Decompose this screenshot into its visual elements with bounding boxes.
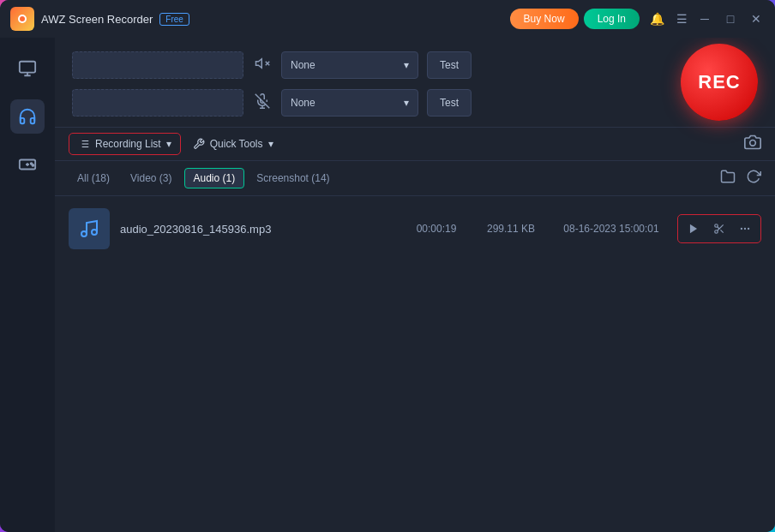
app-logo — [10, 7, 34, 31]
svg-point-27 — [715, 230, 718, 234]
system-audio-test-button[interactable]: Test — [427, 51, 472, 79]
toolbar: Recording List ▾ Quick Tools ▾ — [55, 127, 775, 161]
play-button[interactable] — [683, 218, 704, 239]
sidebar-item-audio[interactable] — [10, 99, 45, 134]
file-size: 299.11 KB — [477, 223, 545, 235]
recording-list-label: Recording List — [95, 138, 161, 150]
filter-tab-video[interactable]: Video (3) — [122, 169, 180, 188]
filter-tab-audio[interactable]: Audio (1) — [184, 168, 245, 188]
svg-marker-25 — [690, 224, 697, 234]
svg-point-32 — [744, 228, 746, 230]
sidebar-item-screen[interactable] — [10, 51, 45, 86]
svg-point-24 — [92, 230, 97, 235]
table-row[interactable]: audio_20230816_145936.mp3 00:00:19 299.1… — [55, 201, 775, 256]
svg-point-31 — [741, 228, 742, 230]
scissors-button[interactable] — [709, 218, 730, 239]
recording-controls: None ▾ Test — [55, 38, 775, 127]
mute-mic-icon[interactable] — [252, 93, 273, 112]
file-actions — [677, 214, 761, 243]
sidebar-item-game[interactable] — [10, 147, 45, 182]
file-name: audio_20230816_145936.mp3 — [120, 223, 396, 236]
menu-icon[interactable]: ☰ — [676, 12, 688, 26]
app-title: AWZ Screen Recorder — [41, 13, 153, 26]
main-content: None ▾ Test — [0, 38, 775, 532]
file-list: audio_20230816_145936.mp3 00:00:19 299.1… — [55, 196, 775, 532]
bell-icon[interactable]: 🔔 — [650, 12, 664, 26]
minimize-button[interactable]: ─ — [696, 10, 713, 27]
more-button[interactable] — [735, 218, 755, 239]
filter-tab-screenshot[interactable]: Screenshot (14) — [248, 169, 338, 188]
login-button[interactable]: Log In — [584, 9, 640, 29]
free-badge: Free — [159, 13, 189, 26]
svg-point-23 — [81, 231, 87, 236]
rec-button-container: REC — [681, 46, 758, 118]
file-duration: 00:00:19 — [406, 223, 466, 235]
svg-line-29 — [720, 230, 723, 232]
recording-list-button[interactable]: Recording List ▾ — [69, 133, 181, 155]
system-audio-row: None ▾ Test — [72, 51, 758, 79]
title-bar-icons: 🔔 ☰ — [650, 12, 688, 26]
file-date: 08-16-2023 15:00:01 — [556, 223, 667, 235]
svg-rect-2 — [20, 62, 35, 73]
title-bar: AWZ Screen Recorder Free Buy Now Log In … — [0, 0, 775, 38]
filter-tabs: All (18) Video (3) Audio (1) Screenshot … — [55, 161, 775, 196]
window-controls: ─ □ ✕ — [696, 10, 765, 27]
svg-point-1 — [20, 16, 25, 21]
quick-tools-label: Quick Tools — [210, 138, 263, 150]
file-thumbnail — [69, 208, 110, 249]
microphone-row: None ▾ Test — [72, 89, 758, 117]
folder-icon[interactable] — [720, 169, 736, 188]
sidebar — [0, 38, 55, 532]
microphone-dropdown[interactable]: None ▾ — [281, 89, 418, 117]
svg-point-26 — [715, 224, 718, 228]
camera-icon[interactable] — [744, 134, 761, 155]
app-window: AWZ Screen Recorder Free Buy Now Log In … — [0, 0, 775, 532]
svg-point-33 — [748, 228, 749, 230]
microphone-test-button[interactable]: Test — [427, 89, 472, 117]
filter-tab-all[interactable]: All (18) — [69, 169, 118, 188]
quick-tools-button[interactable]: Quick Tools ▾ — [184, 134, 282, 154]
svg-point-9 — [33, 164, 34, 166]
refresh-icon[interactable] — [746, 169, 761, 188]
rec-button[interactable]: REC — [681, 44, 758, 121]
svg-line-30 — [718, 227, 719, 229]
buy-now-button[interactable]: Buy Now — [510, 9, 579, 29]
svg-marker-10 — [256, 59, 262, 69]
maximize-button[interactable]: □ — [722, 10, 739, 27]
svg-point-22 — [750, 140, 756, 146]
mute-speaker-icon[interactable] — [252, 56, 273, 75]
close-button[interactable]: ✕ — [748, 10, 765, 27]
rec-button-label: REC — [698, 71, 740, 93]
microphone-input[interactable] — [72, 89, 243, 117]
right-panel: None ▾ Test — [55, 38, 775, 532]
system-audio-input[interactable] — [72, 51, 243, 79]
system-audio-dropdown[interactable]: None ▾ — [281, 51, 418, 79]
